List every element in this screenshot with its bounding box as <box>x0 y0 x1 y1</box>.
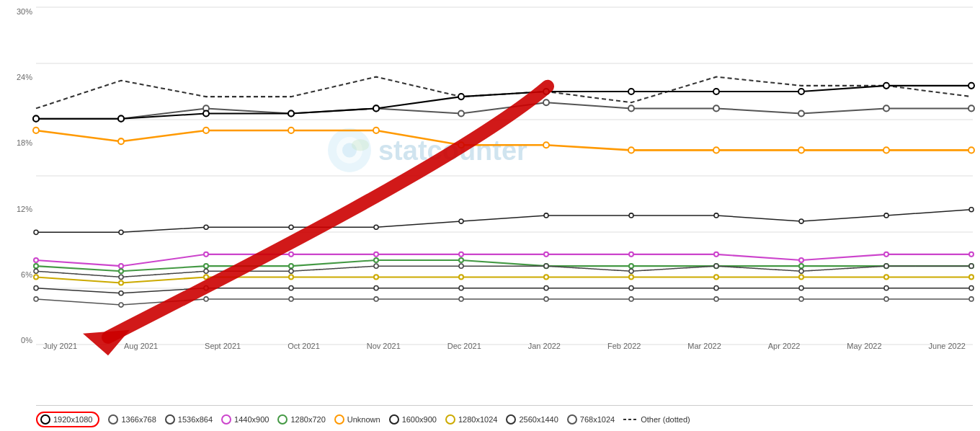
svg-point-37 <box>118 116 124 122</box>
svg-point-43 <box>628 89 634 94</box>
x-label-jun2022: June 2022 <box>929 342 966 350</box>
svg-point-36 <box>33 116 39 122</box>
svg-point-84 <box>34 269 38 273</box>
svg-point-75 <box>289 264 293 268</box>
svg-point-112 <box>374 286 378 290</box>
svg-point-90 <box>544 264 548 268</box>
svg-point-40 <box>373 105 379 111</box>
legend-item-1440x900: 1440x900 <box>221 414 269 425</box>
svg-point-60 <box>34 258 38 262</box>
y-label-30: 30% <box>0 7 36 16</box>
svg-point-41 <box>458 94 464 99</box>
svg-point-119 <box>969 286 974 290</box>
svg-point-68 <box>714 252 718 257</box>
svg-point-128 <box>714 297 718 301</box>
x-label-aug2021: Aug 2021 <box>124 342 158 350</box>
legend-dot-768x1024 <box>567 414 577 425</box>
legend-item-other: Other (dotted) <box>623 414 690 425</box>
x-label-mar2022: Mar 2022 <box>687 342 721 350</box>
x-axis: July 2021 Aug 2021 Sept 2021 Oct 2021 No… <box>36 342 973 350</box>
svg-point-114 <box>544 286 548 290</box>
svg-point-85 <box>119 275 123 279</box>
svg-point-32 <box>713 147 719 153</box>
legend-label-1366x768: 1366x768 <box>121 415 156 424</box>
svg-point-123 <box>289 297 293 301</box>
svg-point-100 <box>374 275 378 279</box>
svg-point-39 <box>288 110 294 116</box>
svg-point-45 <box>798 89 804 94</box>
svg-point-71 <box>969 252 974 257</box>
svg-point-20 <box>713 105 719 111</box>
svg-point-74 <box>204 264 208 268</box>
x-label-apr2022: Apr 2022 <box>768 342 801 350</box>
legend-dot-2560x1440 <box>506 414 516 425</box>
svg-point-104 <box>714 275 718 279</box>
legend-dot-1600x900 <box>389 414 399 425</box>
svg-point-49 <box>119 230 123 234</box>
x-label-oct2021: Oct 2021 <box>288 342 320 350</box>
svg-point-122 <box>204 297 208 301</box>
svg-point-97 <box>119 280 123 285</box>
svg-point-118 <box>884 286 888 290</box>
legend-dot-unknown <box>334 414 344 425</box>
svg-point-66 <box>544 252 548 257</box>
legend-label-1280x1024: 1280x1024 <box>458 415 497 424</box>
svg-point-125 <box>459 297 463 301</box>
svg-point-72 <box>34 264 38 268</box>
svg-point-47 <box>968 83 974 89</box>
y-axis: 30% 24% 18% 12% 6% 0% <box>0 7 36 345</box>
svg-point-115 <box>629 286 633 290</box>
svg-point-81 <box>799 264 803 268</box>
svg-point-101 <box>459 275 463 279</box>
svg-point-25 <box>118 138 124 144</box>
svg-point-87 <box>289 269 293 273</box>
legend-item-unknown: Unknown <box>334 414 380 425</box>
svg-point-108 <box>34 286 38 290</box>
svg-point-38 <box>203 110 209 116</box>
svg-point-63 <box>289 252 293 257</box>
svg-point-98 <box>204 275 208 279</box>
svg-point-53 <box>459 219 463 223</box>
svg-point-86 <box>204 269 208 273</box>
x-label-sep2021: Sept 2021 <box>205 342 241 350</box>
svg-point-59 <box>969 208 974 212</box>
legend-item-1536x864: 1536x864 <box>165 414 213 425</box>
svg-point-69 <box>799 258 803 262</box>
svg-point-55 <box>629 213 633 218</box>
svg-point-107 <box>969 275 974 279</box>
svg-point-44 <box>713 89 719 94</box>
svg-point-56 <box>714 213 718 218</box>
legend-dot-1366x768 <box>108 414 118 425</box>
legend-label-768x1024: 768x1024 <box>580 415 615 424</box>
x-label-may2022: May 2022 <box>847 342 881 350</box>
legend-item-1920x1080: 1920x1080 <box>36 412 99 427</box>
svg-point-96 <box>34 275 38 279</box>
y-label-18: 18% <box>0 138 36 147</box>
svg-point-73 <box>119 269 123 273</box>
svg-point-23 <box>968 105 974 111</box>
svg-point-121 <box>119 303 123 307</box>
svg-point-64 <box>374 252 378 257</box>
svg-point-89 <box>459 264 463 268</box>
svg-point-105 <box>799 275 803 279</box>
legend-label-other: Other (dotted) <box>641 415 690 424</box>
svg-point-34 <box>883 147 889 153</box>
svg-point-76 <box>374 258 378 262</box>
legend-dot-1280x720 <box>277 414 288 425</box>
svg-point-117 <box>799 286 803 290</box>
svg-point-120 <box>34 297 38 301</box>
svg-point-33 <box>798 147 804 153</box>
y-label-12: 12% <box>0 205 36 213</box>
legend-label-1440x900: 1440x900 <box>234 415 269 424</box>
svg-point-28 <box>373 128 379 133</box>
svg-point-31 <box>628 147 634 153</box>
y-label-0: 0% <box>0 336 36 345</box>
legend-item-1280x720: 1280x720 <box>277 414 325 425</box>
legend-label-unknown: Unknown <box>347 415 380 424</box>
svg-point-22 <box>883 105 889 111</box>
x-label-dec2021: Dec 2021 <box>447 342 481 350</box>
legend-dot-1536x864 <box>165 414 175 425</box>
svg-point-26 <box>203 128 209 133</box>
svg-point-21 <box>798 110 804 116</box>
svg-point-131 <box>969 297 974 301</box>
